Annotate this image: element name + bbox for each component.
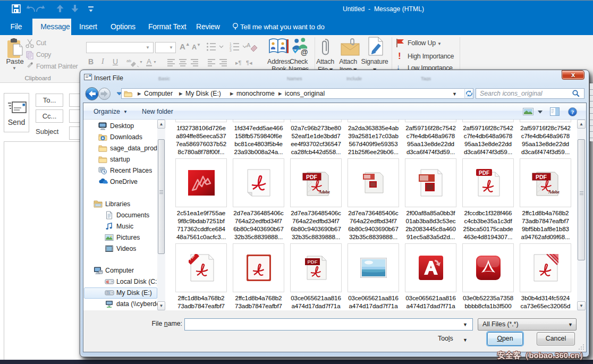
svg-text:PDF: PDF	[479, 170, 489, 176]
svg-text:▼: ▼	[139, 60, 143, 64]
svg-text:PDF: PDF	[306, 174, 318, 180]
svg-text:▸¶: ▸¶	[235, 60, 242, 66]
svg-text:?: ?	[571, 109, 574, 115]
svg-text:Adobe: Adobe	[319, 190, 331, 194]
svg-text:PDF: PDF	[536, 174, 547, 180]
svg-text:ab: ab	[126, 58, 131, 63]
svg-text:¶◂: ¶◂	[246, 60, 252, 66]
svg-text:Adobe: Adobe	[548, 190, 560, 194]
svg-text:PDF: PDF	[307, 259, 317, 265]
svg-text:A: A	[147, 57, 151, 65]
svg-text:▼: ▼	[153, 60, 156, 64]
svg-text:3: 3	[230, 48, 232, 52]
svg-text:A: A	[247, 42, 251, 48]
svg-text:@: @	[301, 48, 308, 56]
